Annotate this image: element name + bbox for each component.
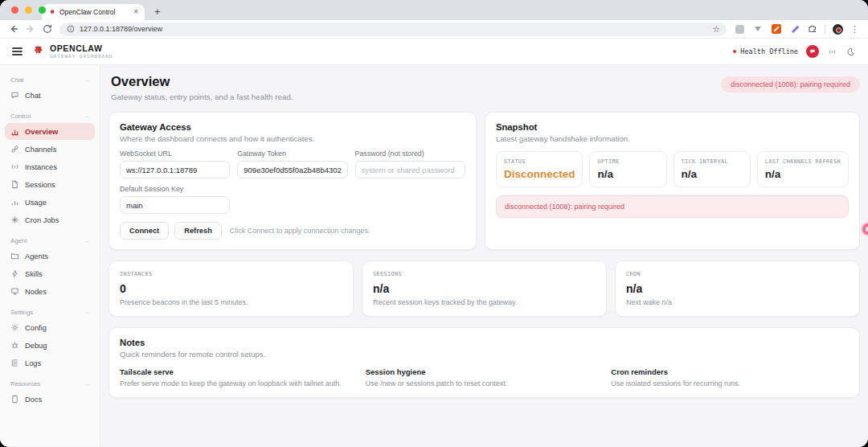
extensions-puzzle-icon[interactable]	[808, 24, 817, 34]
sidebar: Chat – Chat Control – Overview Channels	[0, 65, 100, 446]
reload-icon[interactable]	[43, 24, 52, 34]
tab-close-icon[interactable]: ×	[133, 8, 138, 16]
close-window-button[interactable]	[11, 6, 18, 14]
forward-icon[interactable]	[26, 24, 35, 34]
session-key-input[interactable]	[120, 196, 230, 214]
sidebar-section-resources[interactable]: Resources –	[0, 372, 100, 390]
sidebar-section-settings[interactable]: Settings –	[0, 301, 100, 318]
link-icon	[10, 145, 19, 154]
session-key-label: Default Session Key	[120, 185, 465, 193]
chat-bubble-icon	[10, 91, 19, 100]
bar-chart-icon	[10, 198, 19, 207]
connect-button[interactable]: Connect	[120, 222, 169, 240]
password-input[interactable]	[355, 161, 465, 178]
folder-icon	[10, 252, 19, 260]
uptime-value: n/a	[597, 168, 658, 180]
app-header: OPENCLAW GATEWAY DASHBOARD Health Offlin…	[0, 39, 868, 65]
sidebar-item-logs[interactable]: Logs	[5, 355, 95, 371]
log-lines-icon	[10, 359, 19, 367]
sidebar-item-cron-jobs[interactable]: Cron Jobs	[5, 211, 95, 228]
hamburger-menu-icon[interactable]	[12, 47, 23, 55]
browser-toolbar: 127.0.0.1:18789/overview ☆ ⋮	[0, 20, 868, 39]
browser-tab[interactable]: OpenClaw Control ×	[42, 4, 145, 20]
sidebar-section-control[interactable]: Control –	[0, 105, 100, 122]
broadcast-icon	[10, 162, 19, 171]
cron-metric-card: CRON n/a Next wake n/a	[615, 260, 860, 317]
app-title: OPENCLAW	[50, 44, 113, 54]
chat-action-button[interactable]	[806, 45, 819, 58]
sidebar-section-agent[interactable]: Agent –	[0, 229, 100, 247]
connection-status-badge: disconnected (1008): pairing required	[721, 76, 860, 92]
extension-placeholder-icon[interactable]	[734, 23, 745, 35]
sessions-value: n/a	[373, 282, 596, 295]
dark-mode-moon-icon[interactable]	[845, 47, 856, 57]
stat-tile-tick-interval: TICK INTERVAL n/a	[674, 151, 751, 187]
sidebar-item-sessions[interactable]: Sessions	[5, 176, 95, 193]
instances-metric-card: INSTANCES 0 Presence beacons in the last…	[108, 260, 354, 317]
card-subtitle: Latest gateway handshake information.	[496, 134, 849, 143]
page-subtitle: Gateway status, entry points, and a fast…	[111, 92, 293, 101]
bookmark-star-icon[interactable]: ☆	[712, 25, 723, 34]
note-session-hygiene: Session hygiene Use /new or sessions.pat…	[366, 367, 604, 388]
site-info-icon[interactable]	[67, 25, 75, 33]
app-body: Chat – Chat Control – Overview Channels	[0, 65, 868, 446]
sidebar-item-chat[interactable]: Chat	[5, 87, 95, 104]
profile-avatar[interactable]	[833, 24, 843, 35]
collapse-icon: –	[86, 113, 89, 120]
status-value: Disconnected	[504, 168, 575, 180]
password-label: Password (not stored)	[355, 150, 465, 158]
sidebar-section-chat[interactable]: Chat –	[0, 68, 100, 86]
sidebar-item-agents[interactable]: Agents	[5, 248, 95, 265]
tick-interval-value: n/a	[682, 168, 743, 180]
browser-window: OpenClaw Control × + 127.0.0.1:18789/ove…	[0, 0, 868, 447]
health-status-badge: Health Offline	[733, 47, 798, 55]
collapse-icon: –	[86, 380, 89, 388]
document-icon	[10, 395, 19, 404]
card-title: Gateway Access	[120, 122, 465, 132]
sidebar-item-overview[interactable]: Overview	[5, 123, 95, 140]
connect-hint: Click Connect to apply connection change…	[230, 227, 371, 235]
instances-value: 0	[120, 282, 342, 295]
card-subtitle: Where the dashboard connects and how it …	[120, 134, 465, 143]
notes-card: Notes Quick reminders for remote control…	[108, 327, 860, 398]
card-subtitle: Quick reminders for remote control setup…	[120, 350, 849, 359]
sidebar-item-instances[interactable]: Instances	[5, 158, 95, 175]
extension-orange-icon[interactable]	[771, 23, 782, 35]
sidebar-item-skills[interactable]: Skills	[5, 265, 95, 282]
stat-tile-uptime: UPTIME n/a	[589, 151, 666, 187]
address-bar[interactable]: 127.0.0.1:18789/overview ☆	[59, 23, 727, 36]
gateway-token-label: Gateway Token	[237, 150, 347, 158]
collapse-icon: –	[86, 309, 89, 316]
sidebar-item-usage[interactable]: Usage	[5, 194, 95, 211]
broadcast-toggle-button[interactable]	[827, 47, 837, 57]
url-text[interactable]: 127.0.0.1:18789/overview	[80, 25, 707, 33]
app-subtitle: GATEWAY DASHBOARD	[50, 53, 113, 59]
lightning-icon	[10, 269, 19, 278]
maximize-window-button[interactable]	[39, 6, 46, 14]
sidebar-item-config[interactable]: Config	[5, 319, 95, 336]
main-content: Overview Gateway status, entry points, a…	[100, 65, 868, 446]
extension-caret-icon[interactable]	[752, 23, 764, 35]
page-title: Overview	[111, 74, 293, 89]
sidebar-item-docs[interactable]: Docs	[5, 391, 95, 408]
sidebar-item-nodes[interactable]: Nodes	[5, 283, 95, 300]
sidebar-item-channels[interactable]: Channels	[5, 141, 95, 158]
sessions-metric-card: SESSIONS n/a Recent session keys tracked…	[362, 260, 607, 317]
back-icon[interactable]	[9, 24, 18, 34]
sidebar-item-debug[interactable]: Debug	[5, 337, 95, 354]
refresh-button[interactable]: Refresh	[174, 222, 222, 240]
bug-icon	[10, 341, 19, 350]
favicon-claw-icon	[48, 9, 55, 16]
browser-menu-kebab-icon[interactable]: ⋮	[850, 25, 859, 34]
brand: OPENCLAW GATEWAY DASHBOARD	[31, 44, 113, 59]
note-cron-reminders: Cron reminders Use isolated sessions for…	[611, 367, 849, 388]
cron-value: n/a	[626, 282, 849, 295]
snapshot-card: Snapshot Latest gateway handshake inform…	[485, 112, 860, 250]
new-tab-button[interactable]: +	[154, 6, 161, 17]
extension-pencil-icon[interactable]	[789, 23, 800, 35]
window-controls	[11, 6, 46, 14]
card-title: Notes	[120, 338, 849, 347]
minimize-window-button[interactable]	[25, 6, 32, 14]
websocket-url-input[interactable]	[120, 161, 230, 178]
gateway-token-input[interactable]	[237, 161, 347, 178]
